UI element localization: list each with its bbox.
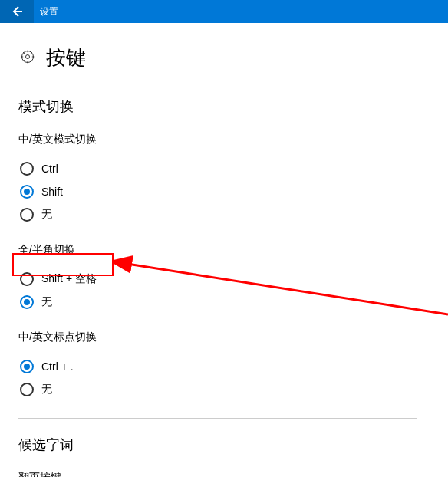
radio-none-mode[interactable]: 无 (18, 203, 430, 226)
group-label-cn-en-mode: 中/英文模式切换 (18, 133, 430, 146)
radio-label: 无 (41, 383, 52, 396)
radio-label: 无 (41, 208, 52, 222)
group-label-page-key: 翻页按键 (18, 471, 430, 477)
radio-label: Shift + 空格 (41, 272, 97, 286)
radio-circle-icon (20, 185, 34, 199)
radio-group-cn-en-mode: Ctrl Shift 无 (18, 157, 430, 226)
svg-point-0 (26, 54, 30, 58)
gear-icon (20, 49, 35, 67)
arrow-left-icon (10, 5, 24, 18)
radio-circle-icon (20, 383, 34, 396)
page-header: 按键 (18, 44, 430, 71)
radio-shift-space[interactable]: Shift + 空格 (18, 268, 430, 291)
radio-label: Ctrl + . (41, 360, 74, 373)
group-label-full-half: 全/半角切换 (18, 243, 430, 257)
section-candidate-title: 候选字词 (18, 436, 430, 454)
section-mode-switch-title: 模式切换 (18, 97, 430, 116)
radio-none-fullhalf[interactable]: 无 (18, 291, 430, 314)
page-title: 按键 (46, 44, 86, 71)
svg-point-1 (22, 51, 34, 62)
section-divider (18, 418, 417, 419)
radio-ctrl[interactable]: Ctrl (18, 157, 430, 180)
radio-group-cn-en-punct: Ctrl + . 无 (18, 355, 430, 401)
radio-none-punct[interactable]: 无 (18, 378, 430, 401)
radio-circle-icon (20, 272, 34, 286)
radio-circle-icon (20, 295, 34, 309)
radio-label: Ctrl (41, 163, 58, 175)
radio-label: 无 (41, 295, 52, 309)
titlebar: 设置 (0, 0, 448, 23)
radio-shift[interactable]: Shift (18, 180, 430, 203)
radio-group-full-half: Shift + 空格 无 (18, 268, 430, 314)
group-label-cn-en-punct: 中/英文标点切换 (18, 331, 430, 344)
back-button[interactable] (0, 0, 34, 23)
window-title: 设置 (34, 5, 58, 18)
radio-ctrl-dot[interactable]: Ctrl + . (18, 355, 430, 378)
radio-circle-icon (20, 162, 34, 176)
radio-label: Shift (41, 186, 63, 198)
radio-circle-icon (20, 208, 34, 222)
radio-circle-icon (20, 360, 34, 373)
content-area: 按键 模式切换 中/英文模式切换 Ctrl Shift 无 全/半角切换 Shi… (0, 23, 448, 477)
